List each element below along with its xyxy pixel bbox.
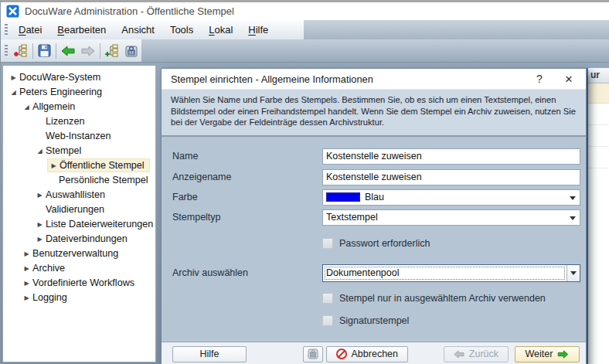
signature-stamp-checkbox[interactable] (322, 315, 333, 326)
tree-item-web-instanzen[interactable]: Web-Instanzen (3, 128, 155, 143)
archive-dropdown[interactable]: Dokumentenpool (322, 264, 580, 282)
toolbar-grip-handle[interactable] (5, 45, 8, 57)
collapse-icon: ◢ (34, 144, 46, 158)
dialog-stempel-einrichten: Stempel einrichten - Allgemeine Informat… (161, 68, 587, 364)
collapse-icon: ◢ (8, 85, 19, 100)
signature-stamp-label: Signaturstempel (339, 315, 409, 326)
new-tree-node-button[interactable] (11, 42, 31, 60)
archive-only-label: Stempel nur in ausgewähltem Archiv verwe… (339, 293, 546, 304)
tree-item-peters-engineering[interactable]: ◢Peters Engineering (3, 84, 155, 99)
tree-item-logging[interactable]: ▶Logging (3, 290, 155, 304)
save-icon (38, 44, 51, 57)
tree-item-allgemein[interactable]: ◢Allgemein (3, 99, 155, 114)
menu-hilfe[interactable]: Hilfe (240, 22, 276, 38)
list-row (588, 104, 609, 125)
password-required-label: Passwort erforderlich (339, 238, 430, 249)
dialog-body: Name Anzeigename Farbe Blau Ste (162, 137, 586, 342)
dialog-title: Stempel einrichten - Allgemeine Informat… (171, 73, 530, 85)
tree-item-lizenzen[interactable]: Lizenzen (3, 114, 155, 128)
expand-icon: ▶ (8, 70, 19, 85)
menu-lokal[interactable]: Lokal (201, 22, 240, 38)
collapse-icon: ◢ (21, 100, 32, 114)
stamp-type-label: Stempeltyp (172, 212, 322, 223)
help-button[interactable]: Hilfe (172, 346, 247, 362)
name-label: Name (172, 151, 322, 162)
dialog-help-button[interactable]: ? (530, 73, 549, 85)
archive-dialog-icon (124, 44, 138, 58)
menu-ansicht[interactable]: Ansicht (114, 22, 162, 38)
archive-only-checkbox[interactable] (322, 293, 333, 304)
chevron-down-icon (570, 196, 576, 200)
menu-datei[interactable]: Datei (11, 22, 49, 38)
tree-item-dateiverbindungen[interactable]: ▶Dateiverbindungen (3, 231, 155, 246)
toolbar (1, 39, 609, 63)
tree-item-auswahllisten[interactable]: ▶Auswahllisten (3, 187, 155, 202)
cancel-button[interactable]: Abbrechen (326, 346, 408, 362)
list-column-header[interactable]: ur (588, 68, 609, 83)
tree-item-validierungen[interactable]: Validierungen (3, 202, 155, 216)
expand-icon: ▶ (48, 158, 60, 173)
chevron-down-icon (570, 216, 576, 220)
forward-button[interactable] (78, 42, 98, 60)
tree-item-archive[interactable]: ▶Archive (3, 260, 155, 275)
expand-icon: ▶ (34, 188, 46, 202)
titlebar: DocuWare Administration - Öffentliche St… (1, 2, 609, 20)
next-arrow-icon (557, 350, 569, 359)
dialog-footer: Hilfe Abbrechen (162, 342, 586, 364)
expand-icon: ▶ (34, 217, 46, 232)
navigation-tree: ▶DocuWare-System ◢Peters Engineering ◢Al… (2, 65, 156, 362)
menu-grip-handle[interactable] (5, 24, 8, 36)
password-required-checkbox[interactable] (322, 238, 333, 249)
color-swatch (326, 192, 360, 202)
archive-label: Archiv auswählen (172, 267, 322, 278)
tree-item-benutzerverwaltung[interactable]: ▶Benutzerverwaltung (3, 246, 155, 260)
cancel-icon (336, 349, 347, 359)
list-row (588, 147, 609, 168)
list-row (588, 125, 609, 147)
menu-tools[interactable]: Tools (162, 22, 201, 38)
back-button[interactable]: Zurück (444, 346, 509, 362)
expand-icon: ▶ (21, 291, 32, 305)
dropdown-arrow-button[interactable] (566, 265, 580, 281)
tree-item-oeffentliche-stempel[interactable]: ▶Öffentliche Stempel (3, 158, 155, 172)
add-tree-node-icon (105, 44, 119, 58)
stamp-preview-button[interactable] (303, 346, 323, 362)
back-arrow-icon (454, 350, 464, 359)
app-window: DocuWare Administration - Öffentliche St… (0, 0, 609, 364)
add-tree-node-button[interactable] (102, 42, 122, 60)
back-arrow-icon (61, 46, 75, 56)
back-button[interactable] (58, 42, 78, 60)
display-name-input[interactable] (322, 169, 580, 185)
menu-bar: Datei Bearbeiten Ansicht Tools Lokal Hil… (1, 20, 609, 39)
stamp-type-dropdown[interactable]: Textstempel (322, 209, 580, 226)
tree-item-vordefinierte-workflows[interactable]: ▶Vordefinierte Workflows (3, 275, 155, 290)
forward-arrow-icon (81, 46, 95, 56)
tree-item-liste-dateierweiterungen[interactable]: ▶Liste Dateierweiterungen (3, 216, 155, 231)
tree-item-docuware-system[interactable]: ▶DocuWare-System (3, 70, 155, 84)
expand-icon: ▶ (21, 261, 32, 276)
expand-icon: ▶ (34, 232, 46, 247)
color-dropdown[interactable]: Blau (322, 189, 580, 206)
new-tree-node-icon (14, 44, 28, 58)
dialog-description: Wählen Sie Name und Farbe des Stempels. … (162, 89, 586, 137)
list-row (588, 83, 609, 104)
next-button[interactable]: Weiter (515, 346, 580, 362)
menu-bearbeiten[interactable]: Bearbeiten (49, 22, 114, 38)
expand-icon: ▶ (21, 276, 32, 291)
main-area: ▶DocuWare-System ◢Peters Engineering ◢Al… (1, 63, 609, 364)
chevron-down-icon (570, 271, 577, 275)
name-input[interactable] (322, 148, 580, 165)
save-button[interactable] (35, 42, 55, 60)
color-label: Farbe (172, 192, 322, 202)
close-icon[interactable]: ✕ (560, 73, 578, 85)
tree-item-persoenliche-stempel[interactable]: Persönliche Stempel (3, 172, 155, 187)
window-title: DocuWare Administration - Öffentliche St… (25, 5, 234, 17)
stamp-icon (307, 348, 319, 360)
display-name-label: Anzeigename (172, 172, 322, 182)
dialog-titlebar: Stempel einrichten - Allgemeine Informat… (162, 69, 586, 89)
tree-item-stempel[interactable]: ◢Stempel (3, 143, 155, 158)
expand-icon: ▶ (21, 247, 32, 261)
archive-dialog-button[interactable] (121, 42, 141, 60)
stamp-list-panel: ur (587, 68, 609, 364)
docuware-app-icon (6, 5, 19, 18)
